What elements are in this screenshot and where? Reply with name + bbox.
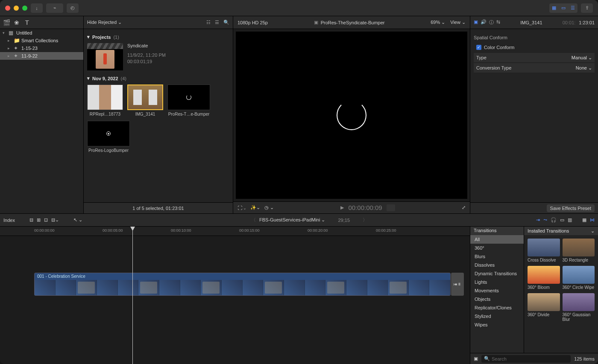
keyword-button[interactable]: ⌁ <box>46 3 63 13</box>
transform-tool[interactable]: ⛶ ⌄ <box>237 205 246 210</box>
snapping-icon[interactable]: ⇥ <box>536 217 540 223</box>
list-view-icon[interactable]: ☰ <box>215 20 219 25</box>
clip-item-3[interactable]: ▼ ProRes-LogoBumper <box>87 121 130 153</box>
close-window[interactable] <box>5 6 10 11</box>
clip-item-2[interactable]: ProRes-T…e-Bumper <box>167 84 210 116</box>
panel-view-icon[interactable]: ▣ <box>474 356 478 361</box>
checkbox-icon[interactable]: ✓ <box>476 45 481 50</box>
projects-heading: Projects <box>92 35 111 40</box>
fullscreen-button[interactable]: ⤢ <box>462 205 466 210</box>
cat-stylized[interactable]: Stylized <box>470 312 524 320</box>
cat-objects[interactable]: Objects <box>470 295 524 303</box>
trim-tool-icon[interactable]: ⊟ <box>29 217 33 223</box>
titles-icon[interactable]: 𝖳 <box>23 19 31 26</box>
info-inspector-tab[interactable]: ⓘ <box>489 19 494 26</box>
viewer-canvas[interactable] <box>236 32 467 199</box>
timeline-gap[interactable]: ⏮⏸ <box>451 273 464 296</box>
sidebar-item-event-1[interactable]: ▸✦ 11-9-22 <box>0 52 83 60</box>
timeline-toggle[interactable]: ▭ <box>559 5 568 11</box>
search-icon[interactable]: 🔍 <box>223 20 229 25</box>
minimize-window[interactable] <box>14 6 19 11</box>
cat-360[interactable]: 360° <box>470 244 524 252</box>
workspace-toggle-group: ▦ ▭ ☰ <box>549 3 577 13</box>
clip-filter-dropdown[interactable]: Hide Rejected ⌄ <box>87 20 122 25</box>
zoom-window[interactable] <box>22 6 27 11</box>
playhead[interactable] <box>132 227 133 364</box>
cat-all[interactable]: All <box>470 235 524 244</box>
timeline-history-back[interactable]: 〈 <box>251 217 256 223</box>
transitions-search[interactable]: 🔍 Search <box>481 355 571 363</box>
sidebar-item-event-0[interactable]: ▸✦ 1-15-23 <box>0 44 83 52</box>
clip-item-1[interactable]: IMG_3141 <box>127 84 163 116</box>
video-inspector-tab[interactable]: ▣ <box>474 19 478 26</box>
project-thumb <box>87 43 123 70</box>
cat-blurs[interactable]: Blurs <box>470 252 524 261</box>
timeline-ruler[interactable]: 00:00:00:00 00:00:05:00 00:00:10:00 00:0… <box>0 227 470 236</box>
zoom-dropdown[interactable]: 69% ⌄ <box>431 20 445 25</box>
retime-tool[interactable]: ◷ ⌄ <box>264 205 274 210</box>
library-sidebar: 🎬 ❀ 𝖳 ▾▦ Untitled ▸📁 Smart Collections ▸… <box>0 16 84 213</box>
import-button[interactable]: ↓ <box>31 3 43 13</box>
cat-dissolves[interactable]: Dissolves <box>470 261 524 269</box>
transitions-header[interactable]: Installed Transitions <box>528 228 569 233</box>
play-button[interactable]: ▶ <box>340 205 344 210</box>
effects-browser-icon[interactable]: ▦ <box>582 217 586 223</box>
enhance-tool[interactable]: ✨⌄ <box>250 205 260 210</box>
skimming-icon[interactable]: ⤳ <box>543 217 547 223</box>
share-button[interactable]: ⇪ <box>581 3 593 13</box>
library-row[interactable]: ▾▦ Untitled <box>0 29 83 37</box>
cat-dynamic[interactable]: Dynamic Transitions <box>470 269 524 278</box>
blade-tool-icon[interactable]: ⊟⌄ <box>51 217 59 223</box>
timeline[interactable]: 00:00:00:00 00:00:05:00 00:00:10:00 00:0… <box>0 227 470 364</box>
sidebar-item-smart[interactable]: ▸📁 Smart Collections <box>0 37 83 44</box>
viewer-title: ProRes-TheSyndicate-Bumper <box>321 20 385 25</box>
clip-appearance-icon[interactable]: ☷ <box>206 20 211 25</box>
audio-inspector-tab[interactable]: 🔊 <box>481 19 487 26</box>
transition-item-2[interactable]: 360° Bloom <box>528 266 560 290</box>
transitions-count: 125 items <box>574 356 595 361</box>
inspector-timecode: 1:23:01 <box>579 20 595 25</box>
library-icon[interactable]: 🎬 <box>3 19 10 26</box>
cat-replicator[interactable]: Replicator/Clones <box>470 303 524 312</box>
color-conform-row[interactable]: ✓ Color Conform <box>474 43 595 52</box>
clip-item-0[interactable]: RPRepl…18773 <box>87 84 123 116</box>
transition-item-1[interactable]: 3D Rectangle <box>563 239 595 262</box>
timeline-toolbar: Index ⊟ ⊞ ⊡ ⊟⌄ ↖ ⌄ 〈 FBS-GuestServices-i… <box>0 214 598 227</box>
viewer-timecode[interactable]: 00:00:00:09 <box>348 204 382 212</box>
solo-icon[interactable]: ▭ <box>560 217 564 223</box>
bg-tasks-button[interactable]: ◴ <box>67 3 79 13</box>
transition-item-3[interactable]: 360° Circle Wipe <box>563 266 595 290</box>
type-row[interactable]: Type Manual ⌄ <box>474 53 595 62</box>
view-dropdown[interactable]: View ⌄ <box>450 20 466 25</box>
browser-toggle[interactable]: ▦ <box>549 5 559 11</box>
project-duration: 00:03:01;19 <box>127 59 166 64</box>
timeline-project-name[interactable]: FBS-GuestServices-iPadMini ⌄ <box>259 217 325 223</box>
timeline-history-forward[interactable]: 〉 <box>363 217 367 223</box>
conversion-type-row[interactable]: Conversion Type None ⌄ <box>474 63 595 73</box>
index-button[interactable]: Index <box>3 218 15 223</box>
audio-meters <box>387 204 395 211</box>
titlebar: ↓ ⌁ ◴ ▦ ▭ ☰ ⇪ <box>0 0 598 16</box>
cat-lights[interactable]: Lights <box>470 278 524 286</box>
share-inspector-tab[interactable]: ⇆ <box>496 19 500 26</box>
timeline-clip[interactable]: 001 - Celebration Service <box>34 273 451 296</box>
viewer-format: 1080p HD 25p <box>237 20 268 25</box>
transitions-categories: Transitions All 360° Blurs Dissolves Dyn… <box>470 227 524 353</box>
range-tool-icon[interactable]: ⊡ <box>44 217 48 223</box>
inspector-toggle[interactable]: ☰ <box>568 5 577 11</box>
audio-skim-icon[interactable]: 🎧 <box>551 217 557 223</box>
cat-wipes[interactable]: Wipes <box>470 320 524 329</box>
transition-item-4[interactable]: 360° Divide <box>528 293 560 322</box>
transitions-browser-icon[interactable]: ⋈ <box>590 217 595 223</box>
transition-item-0[interactable]: Cross Dissolve <box>528 239 560 262</box>
transitions-panel: Transitions All 360° Blurs Dissolves Dyn… <box>470 227 598 364</box>
project-item[interactable]: Syndicate 11/9/22, 11:20 PM 00:03:01;19 <box>87 43 229 70</box>
position-tool-icon[interactable]: ⊞ <box>37 217 41 223</box>
select-tool-icon[interactable]: ↖ ⌄ <box>73 217 82 223</box>
lane-icon[interactable]: ▥ <box>568 217 572 223</box>
save-effects-preset-button[interactable]: Save Effects Preset <box>547 204 595 212</box>
transition-item-5[interactable]: 360° Gaussian Blur <box>563 293 595 322</box>
cat-movements[interactable]: Movements <box>470 286 524 295</box>
photos-icon[interactable]: ❀ <box>13 19 21 26</box>
sidebar-item-label: 1-15-23 <box>21 46 38 51</box>
